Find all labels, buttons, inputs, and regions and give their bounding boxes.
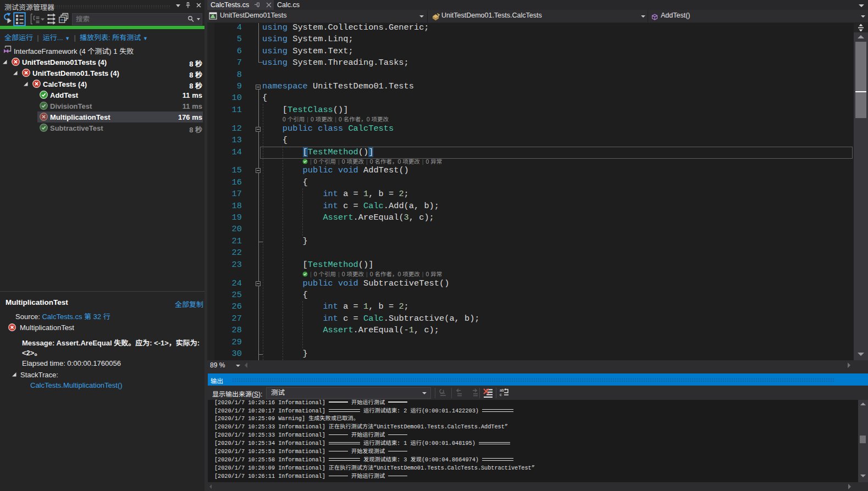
svg-text:c: c bbox=[500, 393, 502, 397]
svg-text:ab: ab bbox=[500, 388, 504, 392]
